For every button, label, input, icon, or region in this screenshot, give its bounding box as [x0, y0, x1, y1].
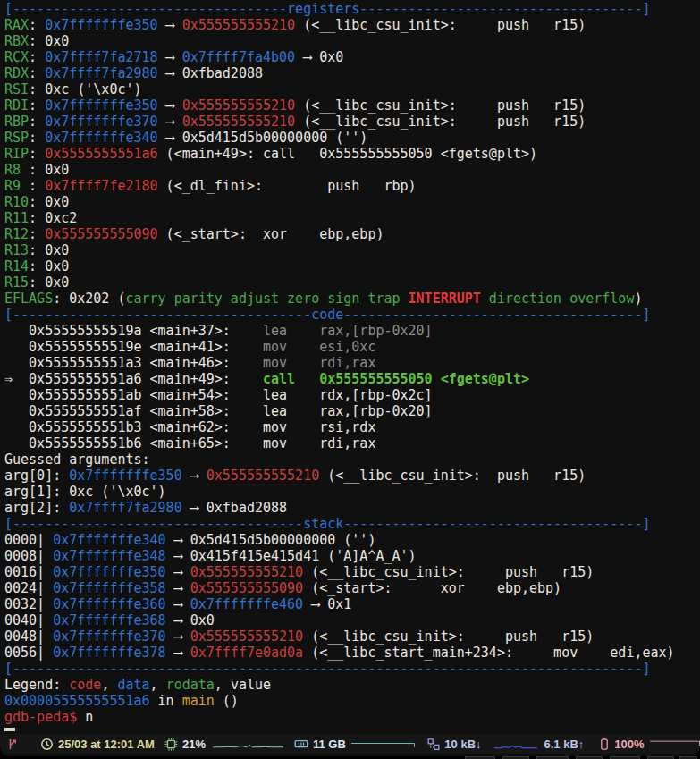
clock-widget[interactable]: 25/03 at 12:01 AM: [40, 738, 155, 751]
terminal-text-segment: 0x5555555551a6: [45, 146, 157, 162]
terminal-text-segment: 0x555555555090: [45, 226, 157, 242]
terminal-text-segment: ⟶: [166, 645, 190, 661]
terminal-text-segment: (<__libc_start_main+234>: mov edi,eax): [303, 645, 674, 661]
terminal-line: RSI: 0xc ('\x0c'): [4, 81, 700, 97]
terminal-text-segment: ,: [150, 677, 166, 693]
terminal-text-segment: ,: [215, 677, 231, 693]
terminal-text-segment: 0008|: [4, 548, 53, 564]
terminal-line: 0048| 0x7fffffffe370 ⟶ 0x555555555210 (<…: [4, 628, 700, 645]
terminal-line: 0x55555555519a <main+37>: lea rax,[rbp-0…: [4, 323, 700, 339]
terminal-text-segment: code: [69, 677, 101, 693]
terminal-line: R10: 0x0: [4, 194, 700, 210]
terminal-window: [----------------------------------regis…: [0, 0, 700, 756]
terminal-line: gdb-peda$ n: [4, 709, 700, 725]
terminal-line: 0040| 0x7fffffffe368 ⟶ 0x0: [4, 612, 700, 628]
terminal-text-segment: EFLAGS: [4, 291, 53, 307]
terminal-text-segment: R15: [4, 274, 29, 291]
terminal-text-segment: :: [29, 114, 45, 130]
terminal-text-segment: 0x00005555555551a6: [4, 693, 150, 709]
terminal-text-segment: :: [29, 178, 45, 194]
terminal-line: R13: 0x0: [4, 242, 700, 258]
branch-icon[interactable]: [7, 737, 19, 751]
terminal-text-segment: :: [29, 146, 45, 162]
terminal-text-segment: 0x55555555519a <main+37>:: [4, 323, 231, 339]
terminal-text-segment: ⟶: [158, 17, 182, 33]
terminal-text-segment: ⟶ 0x0: [295, 49, 343, 65]
terminal-text-segment: 0000|: [4, 532, 53, 548]
terminal-text-segment: 0x5555555551af <main+58>: lea rax,[rbp-0…: [4, 403, 433, 419]
cpu-widget[interactable]: 21%: [164, 738, 206, 751]
terminal-line: R11: 0xc2: [4, 210, 700, 226]
terminal-text-segment: 0x7fffffffe360: [53, 596, 165, 612]
terminal-text-segment: 0x7fffffffe370: [45, 114, 157, 130]
terminal-text-segment: 0x7fffffffe350: [45, 97, 157, 114]
memory-icon: [294, 738, 308, 750]
terminal-output[interactable]: [----------------------------------regis…: [4, 1, 700, 725]
terminal-text-segment: : 0xc ('\x0c'): [29, 81, 141, 97]
terminal-text-segment: R13: [4, 242, 29, 258]
terminal-text-segment: arg[2]:: [4, 500, 69, 516]
terminal-text-segment: 0x7fffffffe358: [53, 580, 165, 596]
terminal-text-segment: 0x7fffffffe350: [45, 17, 157, 33]
terminal-text-segment: mov rdi,rax: [231, 355, 376, 371]
terminal-text-segment: (): [215, 693, 239, 709]
terminal-text-segment: (<__libc_csu_init>: push r15): [303, 628, 594, 645]
terminal-text-segment: [-------------------------------------co…: [4, 307, 650, 323]
battery-widget[interactable]: 100%: [599, 737, 644, 751]
terminal-line: arg[2]: 0x7ffff7fa2980 ⟶ 0xfbad2088: [4, 500, 700, 516]
terminal-text-segment: 0032|: [4, 596, 53, 612]
terminal-text-segment: (<_start>: xor ebp,ebp): [158, 226, 384, 242]
terminal-text-segment: data: [117, 677, 149, 693]
terminal-text-segment: 0048|: [4, 628, 53, 645]
terminal-text-segment: 0x7ffff7fa2980: [45, 65, 157, 81]
terminal-line: 0x00005555555551a6 in main (): [4, 693, 700, 709]
terminal-text-segment: (<_dl_fini>: push rbp): [158, 178, 417, 194]
network-widget[interactable]: 10 kB↓: [427, 738, 481, 751]
terminal-text-segment: carry parity adjust zero sign trap: [125, 291, 408, 307]
terminal-text-segment: arg[1]: 0xc ('\x0c'): [4, 484, 166, 500]
terminal-text-segment: (<__libc_csu_init>: push r15): [303, 564, 594, 580]
terminal-text-segment: [----------------------------------regis…: [4, 1, 650, 17]
terminal-text-segment: 0x5555555551b3 <main+62>: mov rsi,rdx: [4, 419, 375, 435]
terminal-text-segment: 0024|: [4, 580, 53, 596]
terminal-text-segment: 0x7ffff7fe2180: [45, 178, 157, 194]
terminal-text-segment: RBX: [4, 33, 29, 49]
terminal-text-segment: 0x7fffffffe368: [53, 612, 165, 628]
terminal-text-segment: 0x7ffff7fa2980: [69, 500, 181, 516]
terminal-line: 0016| 0x7fffffffe350 ⟶ 0x555555555210 (<…: [4, 564, 700, 580]
terminal-line: RIP: 0x5555555551a6 (<main+49>: call 0x5…: [4, 146, 700, 162]
battery-sparkline: [650, 738, 700, 750]
terminal-text-segment: :: [29, 130, 45, 146]
network-up-label: 6.1 kB↑: [544, 738, 584, 751]
memory-widget[interactable]: 11 GB: [294, 738, 346, 751]
terminal-line: arg[1]: 0xc ('\x0c'): [4, 484, 700, 500]
terminal-text-segment: RDX: [4, 65, 29, 81]
terminal-line: R9 : 0x7ffff7fe2180 (<_dl_fini>: push rb…: [4, 178, 700, 194]
terminal-text-segment: ⟶ 0xfbad2088: [182, 500, 287, 516]
terminal-text-segment: gdb-peda$: [4, 709, 77, 725]
memory-sparkline: [351, 738, 416, 750]
terminal-text-segment: :: [29, 17, 45, 33]
terminal-text-segment: : 0x0: [29, 258, 69, 274]
terminal-line: EFLAGS: 0x202 (carry parity adjust zero …: [4, 291, 700, 307]
terminal-line: RDI: 0x7fffffffe350 ⟶ 0x555555555210 (<_…: [4, 97, 700, 114]
terminal-line: 0008| 0x7fffffffe348 ⟶ 0x415f415e415d41 …: [4, 548, 700, 564]
terminal-text-segment: rodata: [166, 677, 215, 693]
terminal-text-segment: Guessed arguments:: [4, 451, 150, 468]
terminal-text-segment: ,: [101, 677, 117, 693]
terminal-text-segment: mov esi,0xc: [231, 339, 376, 355]
terminal-line: R8 : 0x0: [4, 162, 700, 178]
terminal-text-segment: RBP: [4, 114, 29, 130]
terminal-line: RDX: 0x7ffff7fa2980 ⟶ 0xfbad2088: [4, 65, 700, 81]
terminal-line: R15: 0x0: [4, 274, 700, 291]
terminal-line: R14: 0x0: [4, 258, 700, 274]
terminal-text-segment: R8: [4, 162, 29, 178]
terminal-line: 0x5555555551af <main+58>: lea rax,[rbp-0…: [4, 403, 700, 419]
terminal-text-segment: ⟶: [166, 596, 190, 612]
terminal-text-segment: n: [77, 709, 93, 725]
terminal-text-segment: 0x7fffffffe350: [69, 468, 181, 484]
terminal-text-segment: ⟶: [158, 97, 182, 114]
terminal-line: RCX: 0x7ffff7fa2718 ⟶ 0x7ffff7fa4b00 ⟶ 0…: [4, 49, 700, 65]
terminal-text-segment: ⟶ 0x5d415d5b00000000 (''): [158, 130, 368, 146]
terminal-text-segment: ⇒ 0x5555555551a6 <main+49>:: [4, 371, 231, 387]
